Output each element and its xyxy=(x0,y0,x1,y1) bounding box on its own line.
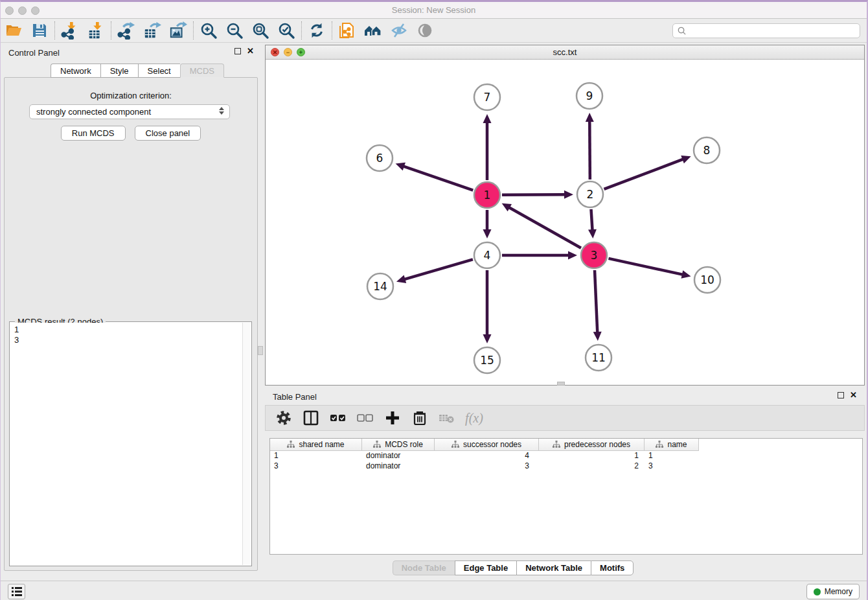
float-panel-icon[interactable] xyxy=(838,392,844,398)
result-scrollbar[interactable] xyxy=(242,323,251,565)
node-label-10: 10 xyxy=(700,273,714,286)
network-frame-titlebar[interactable]: ✕ − + scc.txt xyxy=(266,45,864,60)
tab-network-table[interactable]: Network Table xyxy=(516,560,591,575)
node-label-11: 11 xyxy=(591,351,606,364)
table-cell[interactable]: 3 xyxy=(270,461,362,472)
run-mcds-button[interactable]: Run MCDS xyxy=(61,126,126,141)
status-bar: Memory xyxy=(1,581,867,600)
network-canvas-svg[interactable]: 7968124314101511 xyxy=(266,60,864,385)
table-row[interactable]: 3dominator323 xyxy=(270,461,862,472)
edge-arrowhead xyxy=(681,156,691,163)
node-label-7: 7 xyxy=(484,91,491,104)
close-panel-icon[interactable]: ✕ xyxy=(850,392,857,398)
export-table-icon[interactable] xyxy=(139,20,165,41)
tab-network[interactable]: Network xyxy=(51,63,100,78)
settings-gear-icon[interactable] xyxy=(273,408,294,428)
node-label-6: 6 xyxy=(376,152,383,165)
main-toolbar xyxy=(1,19,867,43)
network-view-frame: ✕ − + scc.txt 7968124314101511 xyxy=(265,45,865,386)
table-cell[interactable]: 3 xyxy=(435,461,539,472)
table-cell[interactable]: dominator xyxy=(362,451,435,461)
table-panel-title: Table Panel xyxy=(273,392,317,402)
open-file-icon[interactable] xyxy=(1,20,27,41)
edge-arrowhead xyxy=(396,275,406,283)
edge-4-14[interactable] xyxy=(403,259,473,280)
table-row[interactable]: 1dominator411 xyxy=(270,451,862,461)
search-box[interactable] xyxy=(672,23,860,38)
column-header-successor-nodes[interactable]: successor nodes xyxy=(435,439,539,451)
node-label-4: 4 xyxy=(484,249,491,262)
zoom-selected-icon[interactable] xyxy=(273,20,299,41)
delete-column-icon[interactable] xyxy=(409,408,430,428)
table-cell[interactable]: 3 xyxy=(645,461,699,472)
tab-style[interactable]: Style xyxy=(100,63,138,78)
node-label-14: 14 xyxy=(373,280,387,293)
tab-edge-table[interactable]: Edge Table xyxy=(455,560,516,575)
window-titlebar: Session: New Session xyxy=(1,2,867,19)
table-cell[interactable]: 1 xyxy=(539,451,645,461)
select-all-icon[interactable] xyxy=(328,408,348,428)
edge-2-9[interactable] xyxy=(589,119,590,179)
zoom-fit-icon[interactable] xyxy=(247,20,273,41)
toolbar-separator xyxy=(54,21,55,40)
column-header-label: name xyxy=(667,440,687,449)
zoom-in-icon[interactable] xyxy=(196,20,222,41)
control-panel-title: Control Panel xyxy=(8,48,60,58)
table-cell[interactable]: 1 xyxy=(270,451,362,461)
column-header-label: predecessor nodes xyxy=(564,440,630,449)
node-label-8: 8 xyxy=(703,144,711,157)
tab-select[interactable]: Select xyxy=(138,63,180,78)
column-header-shared-name[interactable]: shared name xyxy=(270,439,362,451)
table-cell[interactable]: 2 xyxy=(539,461,645,472)
criterion-dropdown[interactable]: strongly connected component xyxy=(29,104,230,119)
export-network-icon[interactable] xyxy=(113,20,139,41)
node-label-9: 9 xyxy=(586,89,593,102)
deselect-all-icon[interactable] xyxy=(355,408,376,428)
edge-3-1[interactable] xyxy=(507,207,581,248)
toolbar-separator xyxy=(111,21,111,40)
memory-button[interactable]: Memory xyxy=(806,584,860,599)
edge-2-3[interactable] xyxy=(591,209,592,232)
tab-node-table[interactable]: Node Table xyxy=(393,560,455,575)
edge-1-6[interactable] xyxy=(402,166,473,190)
add-column-icon[interactable] xyxy=(382,408,403,428)
table-panel: Table Panel ✕ xyxy=(265,387,865,581)
optimization-criterion-label: Optimization criterion: xyxy=(5,91,257,100)
export-image-icon[interactable] xyxy=(165,20,191,41)
home-icon[interactable] xyxy=(360,20,386,41)
zoom-out-icon[interactable] xyxy=(222,20,247,41)
edge-3-11[interactable] xyxy=(595,270,597,334)
function-builder-icon: f(x) xyxy=(464,408,485,428)
table-cell[interactable]: 4 xyxy=(435,451,539,461)
tab-motifs[interactable]: Motifs xyxy=(591,560,634,575)
list-icon xyxy=(11,586,23,597)
search-input[interactable] xyxy=(687,26,849,35)
column-header-name[interactable]: name xyxy=(645,439,699,451)
tab-mcds[interactable]: MCDS xyxy=(180,63,224,78)
frame-resize-grip[interactable] xyxy=(557,382,565,386)
refresh-icon[interactable] xyxy=(304,20,330,41)
edge-arrowhead xyxy=(681,270,691,279)
task-history-button[interactable] xyxy=(8,584,25,599)
close-panel-button[interactable]: Close panel xyxy=(135,126,201,141)
column-layout-icon[interactable] xyxy=(301,408,321,428)
edge-3-10[interactable] xyxy=(608,259,684,275)
network-frame-title: scc.txt xyxy=(266,47,864,57)
clone-network-icon[interactable] xyxy=(334,20,360,41)
hide-icon[interactable] xyxy=(386,20,412,41)
column-hierarchy-icon xyxy=(373,441,381,448)
show-icon[interactable] xyxy=(412,20,438,41)
column-header-predecessor-nodes[interactable]: predecessor nodes xyxy=(539,439,645,451)
table-cell[interactable]: dominator xyxy=(362,461,435,472)
close-panel-icon[interactable]: ✕ xyxy=(247,48,254,54)
import-table-icon[interactable] xyxy=(83,20,109,41)
edge-1-2[interactable] xyxy=(502,194,567,195)
splitter-grip[interactable] xyxy=(258,346,263,355)
column-header-MCDS-role[interactable]: MCDS role xyxy=(362,439,435,451)
edge-2-8[interactable] xyxy=(604,159,685,189)
save-session-icon[interactable] xyxy=(27,20,52,41)
import-network-icon[interactable] xyxy=(57,20,83,41)
table-cell[interactable]: 1 xyxy=(645,451,699,461)
float-panel-icon[interactable] xyxy=(234,48,241,54)
node-table: shared nameMCDS rolesuccessor nodesprede… xyxy=(269,438,863,555)
